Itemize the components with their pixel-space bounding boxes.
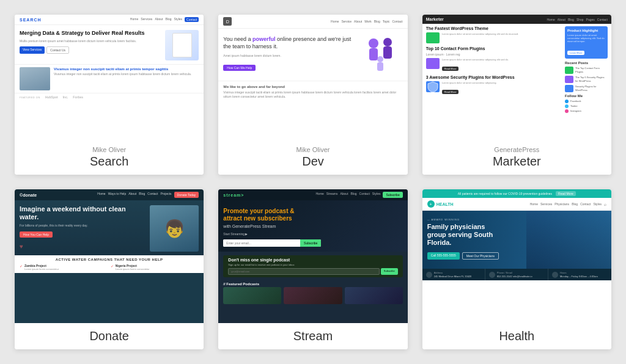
campaign-2-desc: Lorem ipsum lorem consectetur	[116, 268, 150, 271]
card-search[interactable]: SEARCH Home Services About Blog Styles C…	[15, 15, 204, 175]
nav-link: Services	[141, 17, 152, 22]
search-hero-illustration	[165, 30, 199, 60]
stream-title-line1: Promote your podcast &	[223, 208, 294, 214]
donate-label: Donate	[15, 323, 204, 349]
svg-point-0	[369, 38, 378, 48]
missone-btn[interactable]: Subscribe	[381, 268, 398, 275]
card-marketer[interactable]: Marketer Home About Blog Shop Pages Cont…	[422, 15, 611, 175]
health-btn-call[interactable]: Call 555-555-5555	[427, 252, 460, 260]
nav-link: Contact	[392, 20, 402, 23]
search-btn-services[interactable]: View Services	[20, 46, 45, 54]
svg-point-2	[383, 38, 392, 46]
nav-link: Blog	[568, 18, 574, 21]
nav-link: Blog	[351, 192, 357, 198]
donate-preview: ©donate Home Ways to Help About Blog Con…	[15, 189, 204, 323]
health-info-address: Address 245 Medical Drive Miami FL 33420	[422, 269, 485, 280]
search-featured-title: Vivamus integer non suscipit taciti elia…	[54, 67, 199, 71]
marketer-feature3: Lorem ipsum dolor sit amet consectetur a…	[426, 81, 562, 95]
stream-email-input[interactable]	[223, 239, 300, 247]
search-hero-btns: View Services Contact Us	[20, 46, 160, 54]
marketer-logo: Marketer	[426, 17, 444, 21]
donate-hero-photo	[150, 205, 199, 252]
nav-link-contact: Contact	[185, 17, 199, 22]
stream-logo: stream>	[223, 193, 244, 197]
nav-link: Blog	[374, 20, 380, 23]
dev-subhero: We like to go above and far beyond Vivim…	[218, 81, 407, 103]
marketer-author: GeneratePress	[430, 146, 604, 153]
feature2-desc: Lorem ipsum dolor sit amet consectetur a…	[442, 58, 562, 61]
nav-link: Services	[540, 202, 552, 206]
search-preview: SEARCH Home Services About Blog Styles C…	[15, 15, 204, 141]
card-donate[interactable]: ©donate Home Ways to Help About Blog Con…	[15, 189, 204, 349]
stream-subscribe-btn[interactable]: Subscribe	[300, 239, 321, 247]
feature2-btn[interactable]: Read More	[442, 67, 459, 71]
nav-link: Blog	[139, 192, 145, 198]
highlight-title: Product Highlight	[567, 29, 605, 32]
missone-desc: Sign up for our email list to receive on…	[228, 263, 397, 266]
donate-campaigns-title: Active Water Campaigns That Need Your He…	[20, 258, 199, 261]
highlight-desc: Lorem ipsum dolor sit amet consectetur a…	[567, 34, 605, 43]
stream-hero: Promote your podcast & attract new subsc…	[218, 200, 407, 252]
recent-icon-3	[565, 85, 573, 92]
feature3-btn[interactable]: Read More	[442, 90, 459, 94]
donate-hero-btn[interactable]: How You Can Help	[20, 231, 53, 238]
search-nav-links: Home Services About Blog Styles Contact	[130, 17, 199, 22]
nav-link: Service	[341, 20, 352, 23]
follow-twitter: Twitter	[565, 104, 608, 108]
highlight-btn[interactable]: Learn More	[567, 51, 584, 55]
donate-hero-content: Imagine a weekend without clean water. F…	[20, 205, 145, 252]
donate-campaign-2-info: Nigeria Project Lorem ipsum lorem consec…	[116, 264, 150, 271]
health-hero-btns: Call 555-555-5555 Meet Our Physicians	[427, 252, 606, 260]
health-btn-physicians[interactable]: Meet Our Physicians	[462, 252, 499, 260]
health-name: Health	[430, 329, 604, 343]
search-featured-desc: Vivamus integer non suscipit taciti elia…	[54, 72, 199, 76]
recent-text-2: The Top 5 Security Plugins for WordPress	[575, 76, 608, 82]
stream-nav-btn[interactable]: Subscribe	[383, 192, 402, 198]
search-btn-contact[interactable]: Contact Us	[46, 46, 69, 54]
dev-hero-btn[interactable]: How Can We Help	[223, 65, 256, 71]
dev-hero-illustration	[360, 36, 403, 76]
dev-hero-text: You need a powerful online presence and …	[223, 36, 355, 76]
stream-nav: stream> Home Streams About Blog Contact …	[218, 189, 407, 200]
stream-hero-form: Subscribe	[223, 239, 321, 247]
donate-nav-btn[interactable]: Donate Today	[174, 192, 199, 198]
marketer-feature2: Lorem ipsum dolor sit amet consectetur a…	[426, 58, 562, 72]
podcast-item-3	[345, 287, 403, 304]
check-icon-2: ✓	[111, 264, 114, 268]
health-info-phone: Phone / Email 852-555-5542 info@healthsi…	[485, 269, 548, 280]
nav-link: Ways to Help	[108, 192, 127, 198]
follow-twitter-text: Twitter	[570, 104, 578, 107]
marketer-sidebar: Product Highlight Lorem ipsum dolor sit …	[565, 26, 608, 114]
search-icon[interactable]: ⌕	[604, 202, 606, 206]
card-health[interactable]: All patients are required to follow our …	[422, 189, 611, 349]
card-dev[interactable]: D Home Service About Work Blog Topic Con…	[218, 15, 407, 175]
search-featured-photo	[20, 67, 50, 90]
theme-grid: SEARCH Home Services About Blog Styles C…	[0, 0, 626, 364]
search-logos-bar: Featured On HubSpot Inc. Forbes	[15, 93, 204, 101]
marketer-section1-title: The Fastest WordPress Theme	[426, 26, 562, 31]
marketer-feature1-text: Lorem ipsum dolor sit amet consectetur a…	[442, 32, 562, 35]
marketer-nav-links: Home About Blog Shop Pages Contact	[547, 18, 608, 21]
donate-hero-title: Imagine a weekend without clean water.	[20, 205, 145, 221]
missone-email-input[interactable]	[228, 268, 380, 275]
health-nav-links: Home Services Physicians Blog Contact St…	[530, 202, 606, 206]
address-value: 245 Medical Drive Miami FL 33420	[434, 275, 472, 278]
donate-campaigns-grid: ✓ Zambia Project Lorem ipsum lorem conse…	[20, 264, 199, 271]
stream-podcasts-grid	[218, 287, 407, 304]
nav-link: Contact	[359, 192, 370, 198]
nav-link: Home	[130, 17, 138, 22]
recent-icon-1	[565, 67, 573, 74]
health-alert-btn[interactable]: Read More	[556, 191, 576, 196]
stream-missone: Don't miss one single podcast Sign up fo…	[223, 255, 402, 277]
nav-link: About	[340, 192, 348, 198]
nav-link: Home	[547, 18, 554, 21]
nav-link: Home	[530, 202, 538, 206]
search-hero-desc: Mullis pretium lorem ipsum amet habitass…	[20, 39, 160, 43]
twitter-dot	[565, 104, 569, 108]
recent-text-3: Security Plugins for WordPress	[575, 85, 608, 91]
card-stream[interactable]: stream> Home Streams About Blog Contact …	[218, 189, 407, 349]
search-featured: Vivamus integer non suscipit taciti elia…	[15, 64, 204, 93]
dev-characters-svg	[364, 36, 398, 76]
hours-value: Monday – Friday 9:00am – 4:00am	[560, 275, 598, 278]
feature-icon-blue	[426, 81, 440, 92]
